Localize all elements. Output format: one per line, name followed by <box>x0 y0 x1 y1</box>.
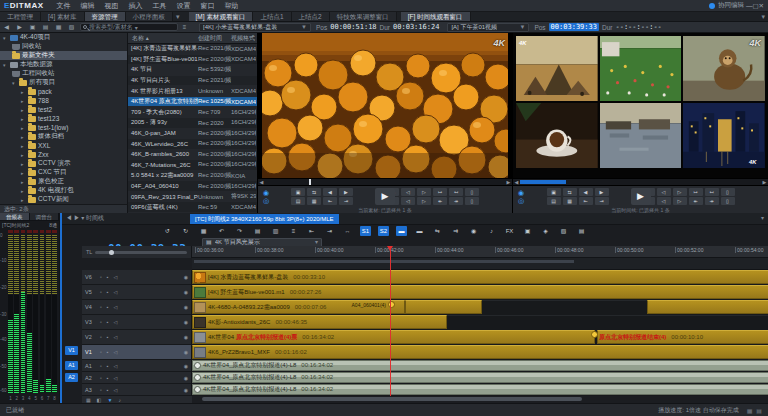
track-option-button[interactable]: ♪ <box>118 397 121 403</box>
track-record-icon[interactable]: ◉ <box>184 274 188 280</box>
timeline-tool-button[interactable]: ↻ <box>180 226 191 236</box>
toolbar-icon-button[interactable]: ◀ <box>0 23 13 32</box>
transport-button[interactable]: ▯ <box>465 197 479 205</box>
track-lock-icon[interactable]: ▪ <box>107 387 109 393</box>
track-record-icon[interactable]: ◉ <box>184 349 188 355</box>
track-monitor-icon[interactable]: ▫ <box>100 334 102 340</box>
menu-item[interactable]: 视图 <box>100 2 124 9</box>
track-monitor-icon[interactable]: ▫ <box>100 319 102 325</box>
transport-button[interactable]: ▯ <box>721 188 735 196</box>
patch-badge[interactable]: A2 <box>65 373 78 382</box>
workspace-tab[interactable]: [4] 素材库 <box>41 12 85 21</box>
transport-button[interactable]: ▶ <box>339 188 353 196</box>
track-mute-icon[interactable]: ◁ <box>114 274 118 280</box>
gang-icon[interactable]: ◉ <box>263 189 269 196</box>
scrub-right-icon[interactable]: ▶ <box>761 179 768 185</box>
chevron-down-icon[interactable]: ▾ <box>758 12 768 21</box>
tree-item[interactable]: ▾ 4K-40项目 <box>0 33 127 42</box>
transport-button[interactable]: ◁ <box>657 197 671 205</box>
timeline-tool-button[interactable]: FX <box>504 226 515 236</box>
timeline-tool-button[interactable]: ▣ <box>522 226 533 236</box>
monitor-tab[interactable]: 上结点1 <box>253 12 291 21</box>
tree-item[interactable]: ▸ CXC 节目 <box>0 168 127 177</box>
track-header[interactable]: V2 ▫ ▪ ◁ ◉ <box>82 330 191 345</box>
timeline-clip[interactable] <box>647 300 768 314</box>
transport-button[interactable]: ↞ <box>433 197 447 205</box>
transport-button[interactable]: ↞ <box>689 197 703 205</box>
monitor-tab[interactable]: 特技效果调整窗口 <box>330 12 397 21</box>
toolbar-icon-button[interactable]: ▶ <box>13 23 26 32</box>
timeline-nav-buttons[interactable]: ◀ ▶ ▾ 时间线 <box>66 213 104 224</box>
file-list-row[interactable]: 4K 节目白片头 Rec 2021/频2 <box>128 76 257 87</box>
tree-item[interactable]: ▸ XXL <box>0 141 127 150</box>
meter-tab[interactable]: 音频表 <box>0 213 30 220</box>
marker-bar[interactable] <box>192 258 768 270</box>
transport-button[interactable]: ▯ <box>465 188 479 196</box>
track-header[interactable]: V6 ▫ ▪ ◁ ◉ <box>82 270 191 285</box>
tree-caret-icon[interactable]: ▸ <box>21 179 26 185</box>
track-record-icon[interactable]: ◉ <box>184 363 188 369</box>
track-header[interactable]: A2 ▫ ▪ ◁ ◉ <box>82 372 191 384</box>
track-monitor-icon[interactable]: ▫ <box>100 375 102 381</box>
file-list-row[interactable]: 4K 节目 Rec 5392/频2 <box>128 65 257 76</box>
track-header[interactable]: A3 ▫ ▪ ◁ ◉ <box>82 384 191 396</box>
tree-caret-icon[interactable]: ▸ <box>21 197 26 203</box>
tree-item[interactable]: ▸ 788 <box>0 96 127 105</box>
timeline-h-scrollbar[interactable] <box>192 396 768 402</box>
transport-button[interactable]: ▶ <box>595 188 609 196</box>
timeline-clip[interactable]: 4K影-Antioxidants_26C 00:00:46:35 <box>192 315 447 329</box>
play-button[interactable]: ▶ <box>631 188 651 205</box>
source-monitor[interactable]: 4K <box>258 33 512 178</box>
track-lock-icon[interactable]: ▪ <box>107 375 109 381</box>
timeline-tool-button[interactable]: ↺ <box>162 226 173 236</box>
timeline-tab[interactable]: [TC] 时间线2 3840X2160 59p 8bit 3P(8+) 2020… <box>190 214 339 224</box>
timeline-tracks[interactable]: [4K] 水青边蓝莓浆果鲜果-盘装 00:00:33:10 [4K] 野生蓝莓B… <box>192 270 768 396</box>
chevron-down-icon[interactable]: ▾ <box>173 12 183 21</box>
track-mute-icon[interactable]: ◁ <box>114 289 118 295</box>
meter-tab[interactable]: 调音台 <box>30 213 60 220</box>
file-list-header[interactable]: 名称 ▴ 创建时间 视频格式 <box>128 33 257 44</box>
timeline-clip[interactable]: [4K] 水青边蓝莓浆果鲜果-盘装 00:00:33:10 <box>192 270 768 284</box>
file-list-row[interactable]: 4K 世界影片相册13 Unknown XDCAM4K 10b <box>128 86 257 97</box>
track-header[interactable]: V5 ▫ ▪ ◁ ◉ <box>82 285 191 300</box>
tree-caret-icon[interactable]: ▸ <box>21 170 26 176</box>
status-icon[interactable]: ▦ <box>747 407 753 414</box>
transport-button[interactable]: ⇆ <box>307 188 321 196</box>
tree-item[interactable]: ▸ CCTV新闻 <box>0 195 127 204</box>
track-header[interactable]: V3 ▫ ▪ ◁ ◉ <box>82 315 191 330</box>
scrub-position-marker[interactable] <box>309 179 311 185</box>
tree-caret-icon[interactable]: ▸ <box>21 98 26 104</box>
menu-item[interactable]: 工具 <box>148 2 172 9</box>
transport-button[interactable]: ◁ <box>401 188 415 196</box>
track-mute-icon[interactable]: ◁ <box>114 319 118 325</box>
track-monitor-icon[interactable]: ▫ <box>100 289 102 295</box>
toolbar-icon-button[interactable]: ▣ <box>26 23 39 32</box>
track-header[interactable]: A1 ▫ ▪ ◁ ◉ <box>82 360 191 372</box>
menu-item[interactable]: 窗口 <box>196 2 220 9</box>
user-badge[interactable]: 协同编辑 <box>709 1 744 10</box>
timeline-tool-button[interactable]: ▬ <box>414 226 425 236</box>
transport-button[interactable]: ↦ <box>433 188 447 196</box>
tree-item[interactable]: ▸ test-1(low) <box>0 123 127 132</box>
track-monitor-icon[interactable]: ▫ <box>100 387 102 393</box>
file-list-row[interactable]: 4K世界04 原点北京特别报道 Rec 1025/频2 XDCAM4K 10b <box>128 97 257 108</box>
transport-button[interactable]: ▦ <box>563 197 577 205</box>
transport-button[interactable]: ↤ <box>705 188 719 196</box>
transport-button[interactable]: ◀ <box>579 188 593 196</box>
tree-item[interactable]: 工程回收站 <box>0 69 127 78</box>
toolbar-icon-button[interactable]: ▦ <box>52 23 65 32</box>
window-control-button[interactable]: ✕ <box>759 2 764 9</box>
transport-button[interactable]: ↦ <box>689 188 703 196</box>
program-monitor-tab[interactable]: [F] 时间线观看窗口 <box>401 12 471 21</box>
timeline-clip[interactable]: 4K6_PrZ2Bravo1_MXF 00:01:16:02 <box>192 345 768 359</box>
tree-item[interactable]: ▸ 原色校正 <box>0 177 127 186</box>
playhead[interactable] <box>390 246 391 396</box>
file-list-row[interactable]: 46K_7-Mutations_26C Rec 2020/频2 16CH/29帧… <box>128 160 257 171</box>
timeline-clip[interactable]: 4K世界04 原点北京特别报道(4)票 00:16:34:02 <box>192 330 595 344</box>
thumbnail-harbor-scene[interactable] <box>600 103 682 168</box>
tree-item[interactable]: ▸ pack <box>0 87 127 96</box>
track-header[interactable]: V1 ▫ ▪ ◁ ◉ <box>82 345 191 360</box>
timeline-tool-button[interactable]: ⇆ <box>432 226 443 236</box>
track-lock-icon[interactable]: ▪ <box>107 363 109 369</box>
track-mute-icon[interactable]: ◁ <box>114 375 118 381</box>
